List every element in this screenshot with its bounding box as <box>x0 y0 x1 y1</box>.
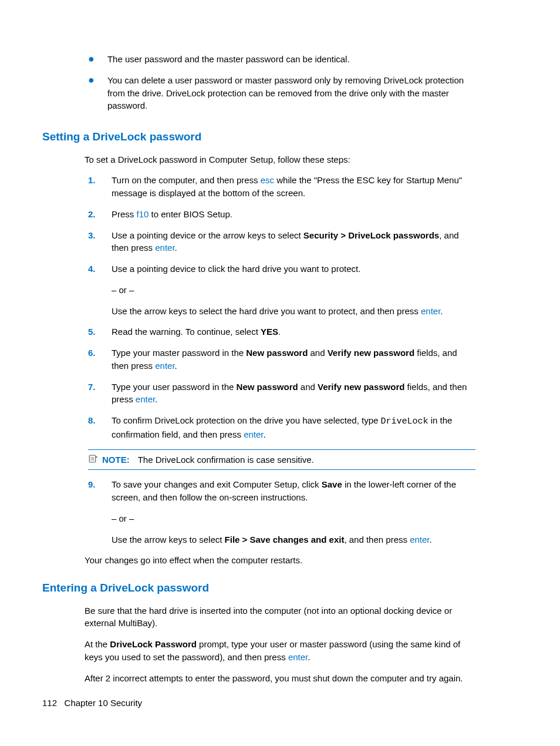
or-separator: – or – <box>112 284 472 297</box>
closing-text: Your changes go into effect when the com… <box>85 554 475 567</box>
step-body: Type your user password in the New passw… <box>112 381 472 406</box>
step-item: 6. Type your master password in the New … <box>88 347 472 372</box>
note-text: The DriveLock confirmation is case sensi… <box>138 453 314 466</box>
chapter-label: Chapter 10 Security <box>65 698 143 708</box>
step-item: 7. Type your user password in the New pa… <box>88 381 472 406</box>
field-name: Verify new password <box>318 382 404 392</box>
text: . <box>175 243 177 253</box>
step-body: To save your changes and exit Computer S… <box>112 478 472 546</box>
page-number: 112 <box>42 698 57 708</box>
document-page: ● The user password and the master passw… <box>0 0 560 746</box>
intro-bullet-list: ● The user password and the master passw… <box>88 53 472 112</box>
text: To confirm DriveLock protection on the d… <box>112 415 381 425</box>
section-heading-entering: Entering a DriveLock password <box>42 580 518 596</box>
yes-option: YES <box>261 327 278 337</box>
text: To save your changes and exit Computer S… <box>112 479 322 489</box>
bullet-text: The user password and the master passwor… <box>107 53 472 66</box>
text: . <box>278 327 281 337</box>
or-separator: – or – <box>112 512 472 525</box>
note-label: NOTE: <box>102 453 130 466</box>
step-item: 9. To save your changes and exit Compute… <box>88 478 472 546</box>
step-number: 1. <box>88 174 112 200</box>
step-number: 9. <box>88 478 112 546</box>
text: . <box>264 429 266 439</box>
bullet-text: You can delete a user password or master… <box>107 74 472 112</box>
step-number: 4. <box>88 263 112 317</box>
page-footer: 112 Chapter 10 Security <box>42 697 142 710</box>
text: Type your user password in the <box>112 382 237 392</box>
literal-text: DriveLock <box>381 416 429 426</box>
menu-path: File > Save changes and exit <box>225 535 345 545</box>
text: to enter BIOS Setup. <box>149 209 232 219</box>
field-name: New password <box>237 382 298 392</box>
key-enter: enter <box>421 306 440 316</box>
bullet-icon: ● <box>88 74 95 112</box>
step-item: 2. Press f10 to enter BIOS Setup. <box>88 208 472 221</box>
text: Use the arrow keys to select <box>112 535 225 545</box>
text: Use a pointing device to click the hard … <box>112 263 472 275</box>
step-body: Press f10 to enter BIOS Setup. <box>112 208 472 221</box>
key-enter: enter <box>155 361 174 371</box>
field-name: New password <box>246 348 308 358</box>
menu-path: Security > DriveLock passwords <box>303 230 439 240</box>
step-number: 2. <box>88 208 112 221</box>
step-body: Turn on the computer, and then press esc… <box>112 174 472 200</box>
step-number: 8. <box>88 414 112 441</box>
step-item: 4. Use a pointing device to click the ha… <box>88 263 472 317</box>
step-number: 6. <box>88 347 112 372</box>
step-body: Type your master password in the New pas… <box>112 347 472 372</box>
paragraph: Be sure that the hard drive is inserted … <box>85 604 475 630</box>
step-item: 8. To confirm DriveLock protection on th… <box>88 414 472 441</box>
text: . <box>308 652 310 662</box>
text: . <box>440 306 443 316</box>
key-esc: esc <box>261 175 274 185</box>
step-item: 1. Turn on the computer, and then press … <box>88 174 472 200</box>
text: Type your master password in the <box>112 348 246 358</box>
text: Use a pointing device or the arrow keys … <box>112 230 303 240</box>
text: . <box>175 361 177 371</box>
text: At the <box>85 639 110 649</box>
note-callout: NOTE: The DriveLock confirmation is case… <box>88 449 475 471</box>
ordered-steps-list-cont: 9. To save your changes and exit Compute… <box>88 478 472 546</box>
ordered-steps-list: 1. Turn on the computer, and then press … <box>88 174 472 441</box>
step-item: 5. Read the warning. To continue, select… <box>88 325 472 338</box>
text: Read the warning. To continue, select <box>112 327 261 337</box>
step-number: 7. <box>88 381 112 406</box>
bullet-icon: ● <box>88 53 95 66</box>
section-intro: To set a DriveLock password in Computer … <box>85 153 518 166</box>
list-item: ● You can delete a user password or mast… <box>88 74 472 112</box>
section-heading-setting: Setting a DriveLock password <box>42 129 518 145</box>
key-f10: f10 <box>137 209 149 219</box>
step-item: 3. Use a pointing device or the arrow ke… <box>88 229 472 255</box>
text: Turn on the computer, and then press <box>112 175 261 185</box>
text: and <box>308 348 327 358</box>
key-enter: enter <box>155 243 174 253</box>
field-name: Verify new password <box>328 348 414 358</box>
save-label: Save <box>322 479 342 489</box>
text: and <box>298 382 318 392</box>
prompt-name: DriveLock Password <box>110 639 197 649</box>
step-body: Read the warning. To continue, select YE… <box>112 325 472 338</box>
key-enter: enter <box>410 535 429 545</box>
paragraph: After 2 incorrect attempts to enter the … <box>85 672 475 685</box>
text: Use the arrow keys to select the hard dr… <box>112 306 421 316</box>
list-item: ● The user password and the master passw… <box>88 53 472 66</box>
note-icon <box>88 453 99 464</box>
step-number: 3. <box>88 229 112 255</box>
key-enter: enter <box>136 394 155 404</box>
text: . <box>155 394 157 404</box>
text: . <box>430 535 432 545</box>
text: , and then press <box>344 535 410 545</box>
step-body: Use a pointing device or the arrow keys … <box>112 229 472 255</box>
text: Press <box>112 209 137 219</box>
step-number: 5. <box>88 325 112 338</box>
key-enter: enter <box>288 652 308 662</box>
paragraph: At the DriveLock Password prompt, type y… <box>85 638 475 664</box>
step-body: To confirm DriveLock protection on the d… <box>112 414 472 441</box>
step-body: Use a pointing device to click the hard … <box>112 263 472 317</box>
key-enter: enter <box>244 429 263 439</box>
